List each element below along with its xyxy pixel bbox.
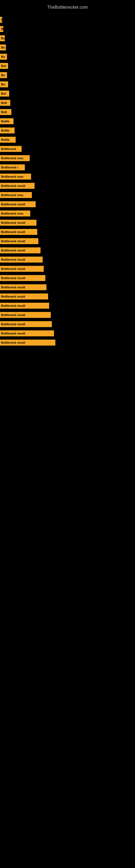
bar-row: Bottleneck result	[0, 329, 135, 338]
bar-row: Bottleneck result	[0, 246, 135, 255]
bar-row: B	[0, 15, 135, 24]
bar-label-11: Bottle	[1, 120, 9, 123]
bar-row: Bo	[0, 43, 135, 52]
bar-label-12: Bottle	[1, 129, 9, 132]
bar-label-9: Bott	[1, 101, 7, 104]
page-title: TheBottlenecker.com	[0, 3, 135, 15]
main-container: TheBottlenecker.com BBBoBoBoBotBoBoBotBo…	[0, 0, 135, 350]
bar-30: Bottleneck result	[0, 293, 48, 300]
bar-15: Bottleneck resu	[0, 155, 30, 161]
bar-row: Bottleneck result	[0, 264, 135, 273]
bar-4: Bo	[0, 54, 7, 60]
bar-row: Bot	[0, 61, 135, 70]
bar-label-16: Bottleneck r	[1, 166, 18, 169]
bar-8: Bot	[0, 91, 9, 97]
bar-14: Bottleneck	[0, 146, 21, 152]
bar-row: Bottleneck result	[0, 237, 135, 246]
bar-label-0: B	[1, 18, 2, 22]
bar-row: Bottleneck result	[0, 218, 135, 227]
bar-label-35: Bottleneck result	[1, 341, 25, 344]
bar-35: Bottleneck result	[0, 340, 55, 346]
bar-label-23: Bottleneck result	[1, 230, 25, 234]
bar-27: Bottleneck result	[0, 266, 44, 272]
bar-9: Bott	[0, 100, 10, 106]
bar-row: Bo	[0, 52, 135, 61]
bar-29: Bottleneck result	[0, 284, 46, 290]
bar-16: Bottleneck r	[0, 164, 25, 170]
bar-0: B	[0, 17, 2, 23]
bar-row: B	[0, 24, 135, 34]
bar-label-19: Bottleneck resu	[1, 193, 24, 197]
bar-31: Bottleneck result	[0, 303, 49, 309]
bar-row: Bottleneck result	[0, 310, 135, 319]
bar-row: Bottleneck resu	[0, 172, 135, 181]
bar-row: Bottleneck result	[0, 319, 135, 329]
bar-label-21: Bottleneck resu	[1, 212, 24, 215]
bar-label-27: Bottleneck result	[1, 267, 25, 271]
bar-17: Bottleneck resu	[0, 174, 31, 180]
bar-row: Bottleneck result	[0, 273, 135, 283]
bar-label-31: Bottleneck result	[1, 304, 25, 307]
bar-13: Bottle	[0, 137, 16, 143]
bar-row: Bottleneck resu	[0, 209, 135, 218]
bar-row: Bottleneck	[0, 144, 135, 154]
bar-label-22: Bottleneck result	[1, 221, 25, 224]
bar-row: Bottleneck result	[0, 338, 135, 347]
bar-label-10: Bott	[1, 111, 7, 114]
bar-label-18: Bottleneck result	[1, 184, 25, 187]
bar-21: Bottleneck resu	[0, 211, 30, 216]
bar-row: Bottleneck r	[0, 163, 135, 172]
bar-row: Bottleneck result	[0, 301, 135, 310]
bar-label-15: Bottleneck resu	[1, 156, 24, 160]
bar-row: Bottle	[0, 126, 135, 135]
bar-label-20: Bottleneck result	[1, 203, 25, 206]
bar-label-3: Bo	[1, 46, 5, 49]
bar-row: Bottleneck result	[0, 255, 135, 264]
bar-18: Bottleneck result	[0, 183, 35, 189]
bar-22: Bottleneck result	[0, 220, 37, 226]
bar-label-7: Bo	[1, 83, 5, 86]
bar-row: Bottle	[0, 117, 135, 126]
bar-3: Bo	[0, 44, 6, 51]
bar-label-14: Bottleneck	[1, 147, 16, 151]
bar-label-28: Bottleneck result	[1, 276, 25, 280]
bars-container: BBBoBoBoBotBoBoBotBottBottBottleBottleBo…	[0, 15, 135, 347]
bar-20: Bottleneck result	[0, 201, 36, 207]
bar-label-13: Bottle	[1, 138, 9, 141]
bar-row: Bottle	[0, 135, 135, 144]
bar-label-26: Bottleneck result	[1, 258, 25, 261]
bar-row: Bot	[0, 89, 135, 98]
bar-25: Bottleneck result	[0, 247, 41, 253]
bar-28: Bottleneck result	[0, 275, 45, 281]
bar-label-30: Bottleneck result	[1, 295, 25, 298]
bar-34: Bottleneck result	[0, 330, 54, 336]
bar-label-25: Bottleneck result	[1, 249, 25, 252]
bar-row: Bottleneck resu	[0, 154, 135, 163]
bar-row: Bottleneck result	[0, 283, 135, 292]
bar-label-33: Bottleneck result	[1, 322, 25, 326]
bar-1: B	[0, 26, 3, 32]
bar-label-8: Bot	[1, 92, 6, 95]
bar-24: Bottleneck result	[0, 238, 38, 244]
bar-2: Bo	[0, 35, 5, 41]
bar-row: Bottleneck resu	[0, 190, 135, 199]
bar-row: Bottleneck result	[0, 227, 135, 237]
bar-row: Bott	[0, 98, 135, 107]
bar-label-24: Bottleneck result	[1, 240, 25, 243]
bar-12: Bottle	[0, 127, 14, 133]
bar-23: Bottleneck result	[0, 229, 37, 235]
bar-label-1: B	[1, 27, 3, 31]
bar-10: Bott	[0, 109, 11, 115]
bar-label-6: Bo	[1, 73, 5, 77]
bar-33: Bottleneck result	[0, 321, 52, 327]
bar-11: Bottle	[0, 118, 13, 124]
bar-label-4: Bo	[1, 55, 5, 58]
bar-row: Bottleneck result	[0, 199, 135, 209]
bar-label-32: Bottleneck result	[1, 313, 25, 316]
bar-row: Bottleneck result	[0, 181, 135, 190]
bar-row: Bo	[0, 80, 135, 89]
bar-label-34: Bottleneck result	[1, 332, 25, 335]
bar-label-29: Bottleneck result	[1, 286, 25, 289]
bar-19: Bottleneck resu	[0, 192, 32, 198]
bar-7: Bo	[0, 82, 8, 87]
